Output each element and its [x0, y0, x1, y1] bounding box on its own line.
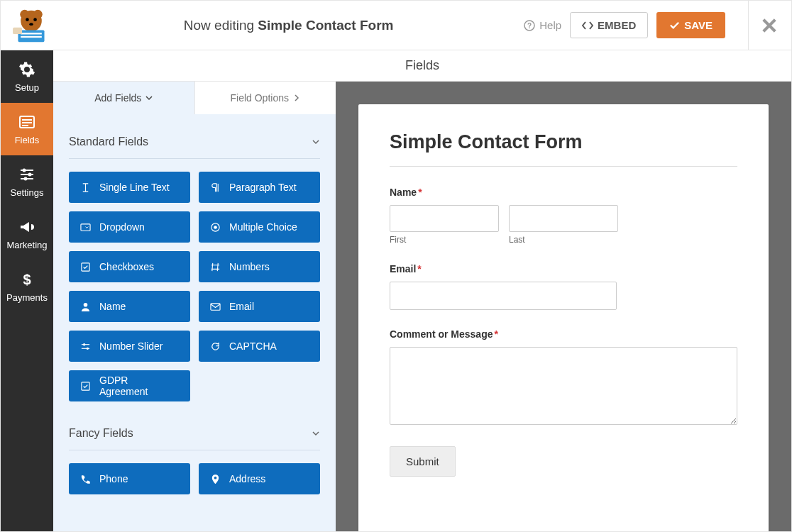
- svg-point-2: [33, 9, 43, 18]
- sidebar-item-setup[interactable]: Setup: [1, 50, 53, 103]
- field-gdpr[interactable]: GDPR Agreement: [69, 370, 190, 401]
- sliders-icon: [18, 166, 35, 183]
- svg-point-32: [87, 347, 89, 349]
- user-icon: [80, 301, 91, 312]
- first-sublabel: First: [390, 235, 499, 245]
- chevron-right-icon: [293, 94, 300, 101]
- map-pin-icon: [210, 474, 221, 484]
- svg-rect-28: [211, 303, 220, 309]
- envelope-icon: [210, 301, 221, 312]
- comment-label: Comment or Message*: [390, 328, 737, 340]
- field-single-line-text[interactable]: Single Line Text: [69, 172, 190, 203]
- save-button[interactable]: SAVE: [656, 12, 725, 38]
- sidebar-item-settings[interactable]: Settings: [1, 155, 53, 208]
- panel-title: Fields: [53, 50, 791, 82]
- radio-icon: [210, 222, 221, 233]
- paragraph-icon: [210, 182, 221, 193]
- field-name[interactable]: Name: [69, 291, 190, 322]
- form-title: Simple Contact Form: [390, 131, 737, 167]
- svg-rect-7: [21, 33, 42, 34]
- svg-point-21: [24, 177, 28, 180]
- svg-rect-8: [21, 35, 42, 37]
- field-phone[interactable]: Phone: [69, 463, 190, 494]
- field-email[interactable]: Email: [199, 291, 320, 322]
- phone-icon: [80, 474, 91, 484]
- svg-point-17: [23, 168, 26, 172]
- chevron-down-icon: [312, 429, 320, 438]
- dropdown-icon: [80, 222, 91, 233]
- field-dropdown[interactable]: Dropdown: [69, 211, 190, 243]
- sidebar-item-label: Payments: [6, 292, 48, 303]
- close-icon: [761, 18, 777, 33]
- dollar-icon: $: [18, 271, 35, 288]
- field-numbers[interactable]: Numbers: [199, 251, 320, 282]
- checkbox-icon: [80, 262, 91, 272]
- text-cursor-icon: [80, 182, 91, 193]
- list-icon: [18, 113, 35, 131]
- svg-text:?: ?: [527, 22, 532, 30]
- sidebar-item-label: Setup: [15, 82, 39, 93]
- comment-textarea[interactable]: [390, 347, 737, 425]
- hash-icon: [210, 262, 221, 272]
- help-icon: ?: [524, 20, 535, 31]
- field-multiple-choice[interactable]: Multiple Choice: [199, 211, 320, 243]
- checkbox-icon: [80, 381, 91, 392]
- svg-point-1: [20, 9, 29, 18]
- gear-icon: [18, 61, 35, 78]
- section-standard-fields[interactable]: Standard Fields: [69, 130, 320, 159]
- svg-point-3: [26, 18, 29, 21]
- field-number-slider[interactable]: Number Slider: [69, 331, 190, 362]
- sidebar-item-label: Fields: [15, 135, 40, 145]
- svg-point-25: [214, 226, 217, 229]
- section-fancy-fields[interactable]: Fancy Fields: [69, 421, 320, 450]
- last-name-input[interactable]: [509, 205, 618, 232]
- sliders-icon: [80, 341, 91, 352]
- svg-rect-9: [13, 27, 22, 33]
- svg-point-4: [33, 18, 37, 21]
- close-button[interactable]: [748, 1, 777, 50]
- svg-point-30: [83, 343, 85, 345]
- chevron-down-icon: [145, 94, 153, 101]
- email-label: Email*: [390, 263, 737, 275]
- sidebar-item-fields[interactable]: Fields: [1, 103, 53, 155]
- field-paragraph-text[interactable]: Paragraph Text: [199, 172, 320, 203]
- tab-field-options[interactable]: Field Options: [194, 82, 336, 114]
- sidebar-item-label: Settings: [11, 187, 44, 198]
- name-label: Name*: [390, 187, 737, 198]
- submit-button[interactable]: Submit: [390, 446, 456, 477]
- check-icon: [669, 20, 680, 31]
- code-icon: [582, 20, 593, 31]
- field-checkboxes[interactable]: Checkboxes: [69, 251, 190, 282]
- chevron-down-icon: [312, 138, 320, 146]
- svg-text:$: $: [23, 272, 31, 287]
- svg-point-19: [28, 172, 32, 176]
- tab-add-fields[interactable]: Add Fields: [53, 82, 194, 114]
- embed-button[interactable]: EMBED: [570, 12, 648, 38]
- sidebar-item-marketing[interactable]: Marketing: [1, 208, 53, 260]
- svg-point-5: [29, 23, 33, 26]
- help-link[interactable]: ? Help: [524, 19, 561, 31]
- svg-rect-23: [81, 223, 90, 230]
- first-name-input[interactable]: [390, 205, 499, 232]
- megaphone-icon: [18, 218, 35, 235]
- field-captcha[interactable]: CAPTCHA: [199, 331, 320, 362]
- sidebar-item-payments[interactable]: $ Payments: [1, 260, 53, 313]
- sidebar-item-label: Marketing: [6, 240, 47, 250]
- logo: [9, 6, 53, 45]
- last-sublabel: Last: [509, 235, 618, 245]
- field-address[interactable]: Address: [199, 463, 320, 494]
- page-title: Now editing Simple Contact Form: [53, 18, 524, 33]
- refresh-icon: [210, 341, 221, 352]
- svg-point-27: [84, 302, 88, 306]
- form-preview[interactable]: Simple Contact Form Name* First Last: [358, 104, 769, 532]
- email-input[interactable]: [390, 282, 617, 310]
